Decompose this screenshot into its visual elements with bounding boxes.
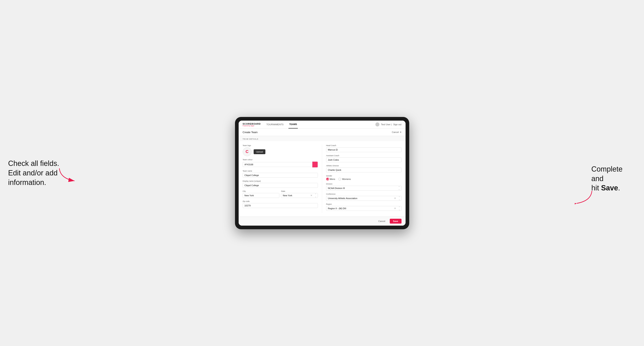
user-avatar-icon bbox=[376, 122, 380, 127]
display-name-input[interactable] bbox=[243, 183, 318, 188]
gender-group: Gender Mens Womens bbox=[326, 175, 402, 180]
user-label: Test User | bbox=[381, 123, 392, 126]
athletic-director-group: Athletic Director bbox=[326, 165, 402, 173]
region-select[interactable]: Region II - (M) DIII ✕ ⌃⌄ bbox=[326, 206, 402, 211]
display-name-group: Display name (unique) bbox=[243, 180, 318, 188]
division-group: Division ⌃⌄ bbox=[326, 183, 402, 191]
state-group: State New York ✕ ⌃⌄ bbox=[281, 190, 318, 198]
conference-clear-icon[interactable]: ✕ bbox=[393, 197, 397, 200]
conference-value: University Athletic Association bbox=[326, 196, 393, 200]
region-value: Region II - (M) DIII bbox=[326, 206, 393, 211]
state-label: State bbox=[281, 190, 318, 192]
gender-womens-label: Womens bbox=[342, 178, 351, 180]
assistant-coach-group: Assistant Coach bbox=[326, 155, 402, 162]
logo-area: C Upload bbox=[243, 147, 318, 156]
form-footer: Cancel Save bbox=[239, 216, 406, 226]
cancel-button[interactable]: Cancel bbox=[376, 219, 388, 224]
nav-brand: SCOREBOARD Powered by clippd bbox=[243, 123, 261, 127]
gender-mens-label: Mens bbox=[330, 178, 335, 180]
state-select[interactable]: New York ✕ ⌃⌄ bbox=[281, 193, 318, 198]
region-dropdown-icon[interactable]: ⌃⌄ bbox=[397, 206, 401, 211]
gender-womens-radio[interactable] bbox=[338, 178, 341, 180]
state-clear-icon[interactable]: ✕ bbox=[309, 194, 314, 197]
zip-input[interactable] bbox=[243, 203, 318, 208]
cancel-header-button[interactable]: Cancel ✕ bbox=[392, 131, 401, 134]
team-name-input[interactable] bbox=[243, 173, 318, 178]
gender-womens-option[interactable]: Womens bbox=[338, 178, 351, 180]
annotation-right: Complete and hit Save. bbox=[591, 165, 636, 193]
gender-row: Mens Womens bbox=[326, 178, 402, 180]
gender-mens-option[interactable]: Mens bbox=[326, 178, 335, 180]
assistant-coach-input[interactable] bbox=[326, 158, 402, 162]
nav-teams[interactable]: TEAMS bbox=[288, 121, 298, 129]
team-name-label: Team name bbox=[243, 170, 318, 172]
zip-label: Zip code bbox=[243, 200, 318, 202]
navbar: SCOREBOARD Powered by clippd TOURNAMENTS… bbox=[239, 121, 406, 129]
tablet-screen: SCOREBOARD Powered by clippd TOURNAMENTS… bbox=[239, 121, 406, 226]
team-logo-circle: C bbox=[243, 147, 252, 156]
nav-right: Test User | Sign out bbox=[376, 122, 402, 127]
form-left: Team logo C Upload Team colour bbox=[243, 145, 322, 213]
brand-name: SCOREBOARD bbox=[243, 123, 261, 125]
zip-group: Zip code bbox=[243, 200, 318, 208]
team-logo-group: Team logo C Upload bbox=[243, 145, 318, 156]
city-state-row: City State New York ✕ ⌃⌄ bbox=[243, 190, 318, 198]
head-coach-label: Head Coach bbox=[326, 145, 402, 147]
team-colour-label: Team colour bbox=[243, 159, 318, 161]
arrow-right-icon bbox=[575, 189, 593, 205]
city-input[interactable] bbox=[243, 193, 280, 198]
assistant-coach-label: Assistant Coach bbox=[326, 155, 402, 157]
team-colour-group: Team colour bbox=[243, 159, 318, 168]
head-coach-input[interactable] bbox=[326, 147, 402, 152]
display-name-label: Display name (unique) bbox=[243, 180, 318, 182]
tablet-frame: SCOREBOARD Powered by clippd TOURNAMENTS… bbox=[235, 117, 409, 229]
division-input[interactable] bbox=[326, 186, 402, 191]
form-right: Head Coach Assistant Coach Athletic Dire… bbox=[322, 145, 402, 213]
state-value: New York bbox=[281, 193, 309, 198]
annotation-left: Check all fields. Edit and/or add inform… bbox=[8, 159, 59, 187]
page-title: Create Team bbox=[243, 131, 258, 134]
nav-links: TOURNAMENTS TEAMS bbox=[266, 121, 376, 129]
conference-select[interactable]: University Athletic Association ✕ ⌃⌄ bbox=[326, 196, 402, 201]
powered-by: Powered by clippd bbox=[243, 125, 261, 127]
page-container: Check all fields. Edit and/or add inform… bbox=[8, 117, 636, 229]
conference-label: Conference bbox=[326, 193, 402, 195]
city-group: City bbox=[243, 190, 280, 198]
team-name-group: Team name bbox=[243, 170, 318, 178]
region-clear-icon[interactable]: ✕ bbox=[393, 207, 397, 210]
city-label: City bbox=[243, 190, 280, 192]
state-dropdown-icon[interactable]: ⌃⌄ bbox=[314, 193, 318, 198]
conference-group: Conference University Athletic Associati… bbox=[326, 193, 402, 201]
section-label: TEAM DETAILS bbox=[239, 136, 406, 141]
arrow-left-icon bbox=[58, 166, 76, 182]
sign-out-link[interactable]: Sign out bbox=[393, 123, 401, 126]
form-area: Team logo C Upload Team colour bbox=[239, 141, 406, 216]
create-team-header: Create Team Cancel ✕ bbox=[239, 129, 406, 136]
head-coach-group: Head Coach bbox=[326, 145, 402, 152]
conference-dropdown-icon[interactable]: ⌃⌄ bbox=[397, 196, 401, 200]
region-group: Region Region II - (M) DIII ✕ ⌃⌄ bbox=[326, 203, 402, 211]
athletic-director-input[interactable] bbox=[326, 168, 402, 173]
close-icon: ✕ bbox=[400, 131, 402, 134]
gender-mens-radio[interactable] bbox=[326, 178, 329, 180]
athletic-director-label: Athletic Director bbox=[326, 165, 402, 167]
nav-tournaments[interactable]: TOURNAMENTS bbox=[266, 121, 284, 129]
division-select-wrap: ⌃⌄ bbox=[326, 186, 402, 191]
team-colour-input[interactable] bbox=[243, 162, 312, 167]
division-label: Division bbox=[326, 183, 402, 185]
upload-button[interactable]: Upload bbox=[254, 149, 266, 154]
team-logo-label: Team logo bbox=[243, 145, 318, 147]
gender-label: Gender bbox=[326, 175, 402, 177]
save-button[interactable]: Save bbox=[390, 219, 402, 224]
region-label: Region bbox=[326, 203, 402, 205]
color-swatch[interactable] bbox=[312, 162, 318, 168]
color-input-row bbox=[243, 162, 318, 168]
